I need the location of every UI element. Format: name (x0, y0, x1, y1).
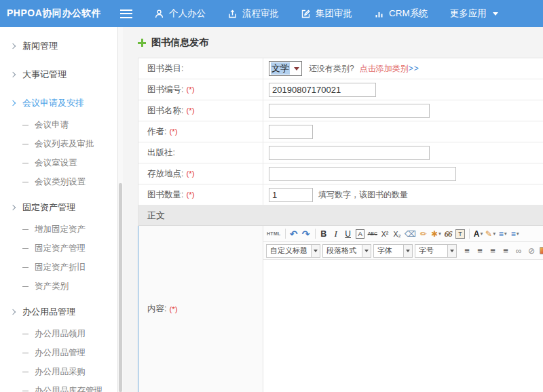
toolbar-separator (469, 229, 470, 239)
bar-chart-icon (374, 9, 384, 19)
group-label: 固定资产管理 (22, 201, 75, 214)
author-input[interactable] (269, 125, 313, 139)
sidebar-scrollbar-track[interactable] (117, 27, 123, 392)
caret-down-icon (362, 245, 371, 257)
group-label: 新闻管理 (22, 40, 58, 52)
subscript-icon[interactable]: X₂ (392, 227, 403, 240)
form-row-author: 作者: (*) (138, 121, 543, 142)
caret-down-icon (493, 12, 498, 16)
align-left-icon[interactable]: ≡ (462, 244, 473, 257)
form-row-location: 存放地点: (*) (138, 163, 543, 184)
sidebar-subitem[interactable]: 会议类别设置 (0, 172, 123, 191)
image-icon[interactable] (539, 244, 543, 257)
chevron-right-icon (10, 43, 16, 49)
custom-title-select[interactable]: 自定义标题 (266, 244, 320, 258)
chevron-right-icon (10, 72, 16, 77)
eraser-icon[interactable]: ⌫ (404, 227, 417, 240)
sidebar-subitem[interactable]: 固定资产管理 (0, 239, 123, 258)
sidebar-subitem[interactable]: 会议列表及审批 (0, 134, 123, 153)
dash-icon (22, 248, 29, 249)
font-color-icon[interactable]: A▾ (472, 227, 484, 240)
underline-icon[interactable]: U (343, 227, 354, 240)
rich-text-editor: HTML ↶ ↷ B I (263, 226, 543, 392)
sidebar-subitem[interactable]: 办公用品库存管理 (0, 381, 123, 392)
edit-icon (301, 9, 311, 19)
add-icon (138, 39, 146, 47)
group-label: 办公用品管理 (22, 306, 75, 318)
paragraph-format-select[interactable]: 段落格式 (322, 244, 371, 258)
superscript-icon[interactable]: X² (379, 227, 391, 240)
caret-down-icon (447, 245, 456, 257)
add-category-link[interactable]: 点击添加类别>> (360, 63, 419, 75)
book-name-input[interactable] (269, 104, 430, 118)
unlink-icon[interactable]: ⊘ (526, 244, 538, 257)
book-form: 图书类目: 文学 还没有类别? 点击添加类别>> 图书编号: (*) (138, 58, 543, 392)
ordered-list-icon[interactable]: ≡▾ (497, 227, 508, 240)
strikethrough-icon[interactable]: ABC (367, 227, 379, 240)
nav-group-approval[interactable]: 集团审批 (301, 7, 352, 20)
form-row-book-name: 图书名称: (*) (138, 100, 543, 121)
html-source-button[interactable]: HTML (266, 227, 282, 240)
quantity-input[interactable] (269, 188, 313, 202)
sidebar-group-supplies-head[interactable]: 办公用品管理 (0, 300, 123, 324)
field-label: 图书编号: (147, 84, 183, 96)
sidebar-group-memorabilia: 大事记管理 (0, 62, 123, 87)
unordered-list-icon[interactable]: ≡▾ (509, 227, 521, 240)
sidebar-subitem[interactable]: 会议室设置 (0, 153, 123, 172)
link-arrows: >> (409, 64, 419, 73)
dash-icon (22, 334, 29, 334)
sidebar-subitem[interactable]: 固定资产折旧 (0, 258, 123, 277)
dash-icon (22, 163, 29, 163)
nav-label: 更多应用 (450, 7, 487, 20)
sidebar-group-meeting-head[interactable]: 会议申请及安排 (0, 91, 123, 115)
book-no-input[interactable] (269, 83, 376, 97)
font-style-box-icon[interactable]: A (355, 227, 367, 240)
sidebar-subitem[interactable]: 增加固定资产 (0, 220, 123, 239)
dash-icon (22, 182, 29, 182)
font-family-select[interactable]: 字体 (373, 244, 413, 258)
book-category-select[interactable]: 文学 (269, 61, 302, 76)
publisher-input[interactable] (269, 146, 430, 160)
sidebar-subitem[interactable]: 资产类别 (0, 277, 123, 296)
sidebar-group-memorabilia-head[interactable]: 大事记管理 (0, 62, 123, 87)
blockquote-icon[interactable]: 66 (443, 227, 454, 240)
nav-label: 个人办公 (169, 7, 206, 20)
sidebar-scrollbar-thumb[interactable] (119, 183, 122, 392)
nav-crm-system[interactable]: CRM系统 (374, 7, 428, 20)
topbar: PHPOA协同办公软件 个人办公 流程审批 集团审批 CRM系统 (0, 0, 543, 27)
highlighter-icon[interactable]: ✎▾ (485, 227, 496, 240)
sidebar-group-assets-head[interactable]: 固定资产管理 (0, 195, 123, 220)
required-marker: (*) (186, 170, 194, 178)
location-input[interactable] (269, 167, 456, 181)
sidebar-subitem[interactable]: 办公用品管理 (0, 343, 123, 362)
bold-icon[interactable]: B (318, 227, 330, 240)
sidebar-subitem[interactable]: 办公用品采购 (0, 362, 123, 381)
align-center-icon[interactable]: ≡ (474, 244, 486, 257)
font-size-select[interactable]: 字号 (415, 244, 457, 258)
caret-down-icon (311, 245, 320, 257)
nav-personal-office[interactable]: 个人办公 (154, 7, 206, 20)
topbar-nav: 个人办公 流程审批 集团审批 CRM系统 更多应用 (154, 7, 498, 20)
paste-text-icon[interactable]: T (455, 227, 466, 240)
required-marker: (*) (169, 305, 177, 313)
chevron-right-icon (10, 205, 16, 210)
italic-icon[interactable]: I (331, 227, 342, 240)
align-justify-icon[interactable]: ≡ (500, 244, 512, 257)
sidebar-subitem[interactable]: 会议申请 (0, 115, 123, 134)
redo-icon[interactable]: ↷ (301, 227, 312, 240)
nav-process-approval[interactable]: 流程审批 (227, 7, 279, 20)
dash-icon (22, 391, 29, 391)
color-palette-icon[interactable]: ✱▾ (430, 227, 442, 240)
caret-down-icon (294, 67, 299, 71)
form-row-content: 内容: (*) HTML ↶ ↷ (138, 226, 543, 392)
sidebar-group-news-head[interactable]: 新闻管理 (0, 34, 123, 58)
sidebar-subitem[interactable]: 办公用品领用 (0, 324, 123, 343)
nav-more-apps[interactable]: 更多应用 (450, 7, 498, 20)
field-label: 出版社: (147, 147, 175, 159)
link-icon[interactable]: ∞ (513, 244, 525, 257)
sidebar-toggle-button[interactable] (120, 9, 132, 18)
format-brush-icon[interactable]: ✏ (418, 227, 430, 240)
undo-icon[interactable]: ↶ (288, 227, 300, 240)
editor-content-area[interactable] (263, 260, 543, 392)
align-right-icon[interactable]: ≡ (487, 244, 499, 257)
